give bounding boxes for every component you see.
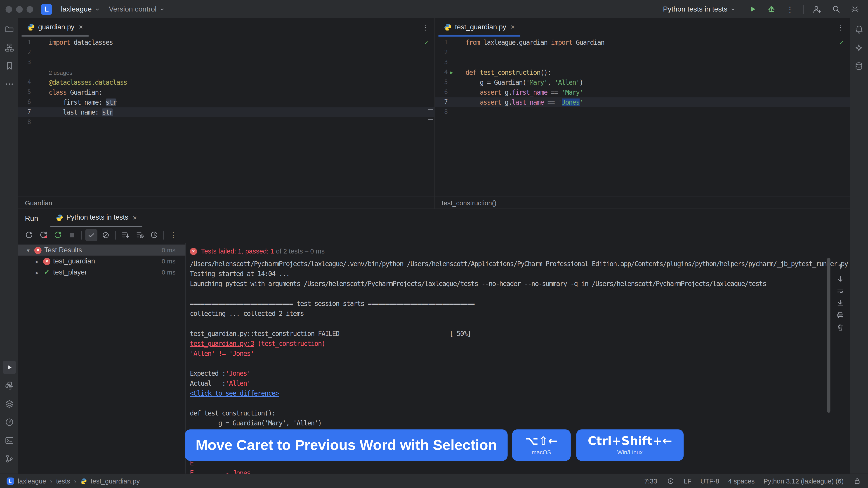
breadcrumb-left[interactable]: Guardian xyxy=(18,196,435,208)
test-node-label[interactable]: test_player xyxy=(53,268,87,276)
console-link[interactable]: test_guardian.py:3 xyxy=(190,340,254,348)
test-tree-row[interactable]: ▸✓test_player0 ms xyxy=(18,267,186,278)
toggle-auto-test-icon[interactable] xyxy=(52,229,64,241)
breadcrumb-item[interactable]: Guardian xyxy=(25,199,52,206)
more-tool-windows-icon[interactable] xyxy=(2,77,16,91)
line-number[interactable]: 6 xyxy=(435,88,448,97)
tree-collapsed-icon[interactable]: ▸ xyxy=(34,258,40,264)
console-link[interactable]: <Click to see difference> xyxy=(190,390,279,397)
run-test-gutter-icon[interactable]: ▶ xyxy=(450,68,453,77)
line-number[interactable]: 2 xyxy=(435,48,448,58)
sort-by-duration-icon[interactable] xyxy=(133,229,146,241)
tab-test-guardian-py[interactable]: test_guardian.py × xyxy=(438,18,521,37)
breadcrumb-item[interactable]: test_construction() xyxy=(442,199,496,206)
services-tool-icon[interactable] xyxy=(2,397,16,411)
show-duration-icon[interactable] xyxy=(148,229,160,241)
line-number[interactable]: 3 xyxy=(18,58,31,68)
status-indicator-icon[interactable] xyxy=(666,477,675,486)
code-line-5[interactable]: 5 g = Guardian('Mary', 'Allen') xyxy=(435,77,850,88)
tree-collapsed-icon[interactable]: ▸ xyxy=(34,269,40,275)
run-configuration-select[interactable]: Python tests in tests xyxy=(658,3,740,15)
line-number[interactable]: 4 xyxy=(18,77,31,88)
tab-close-icon[interactable]: × xyxy=(510,23,515,31)
window-minimize-button[interactable] xyxy=(16,6,23,12)
test-node-label[interactable]: test_guardian xyxy=(53,257,95,265)
interpreter-widget[interactable]: Python 3.12 (laxleague) (6) xyxy=(764,477,844,485)
notifications-icon[interactable] xyxy=(852,23,866,36)
code-line-2[interactable]: 2 xyxy=(18,48,435,58)
ai-assistant-icon[interactable] xyxy=(852,41,866,54)
test-tree-row[interactable]: ▸×test_guardian0 ms xyxy=(18,256,186,267)
editor-guardian[interactable]: 1import dataclasses232 usages4@dataclass… xyxy=(18,37,435,197)
vcs-menu[interactable]: Version control xyxy=(104,3,169,15)
breadcrumb-folder[interactable]: tests xyxy=(56,477,70,485)
lock-icon[interactable] xyxy=(852,477,861,486)
project-menu[interactable]: laxleague xyxy=(57,3,104,15)
run-button[interactable] xyxy=(746,2,759,16)
terminal-tool-icon[interactable] xyxy=(2,434,16,447)
tab-options-icon[interactable]: ⋮ xyxy=(837,23,844,32)
line-number[interactable]: 3 xyxy=(435,58,448,68)
tab-close-icon[interactable]: × xyxy=(79,23,83,31)
window-close-button[interactable] xyxy=(5,6,12,12)
code-line-5[interactable]: 5class Guardian: xyxy=(18,88,435,97)
show-ignored-icon[interactable] xyxy=(100,229,112,241)
inspections-ok-icon[interactable]: ✓ xyxy=(839,39,843,46)
print-icon[interactable] xyxy=(835,311,845,320)
code-line-2[interactable]: 2 xyxy=(435,48,850,58)
line-number[interactable]: 2 xyxy=(18,48,31,58)
git-tool-icon[interactable] xyxy=(2,452,16,465)
line-number[interactable]: 1 xyxy=(435,38,448,48)
breadcrumb-file[interactable]: test_guardian.py xyxy=(91,477,140,485)
show-passed-icon[interactable] xyxy=(85,229,97,241)
code-line-1[interactable]: 1from laxleague.guardian import Guardian xyxy=(435,38,850,48)
line-number[interactable]: 6 xyxy=(18,97,31,107)
code-line-3[interactable]: 3 xyxy=(18,58,435,68)
line-number[interactable]: 5 xyxy=(18,88,31,97)
breadcrumb-right[interactable]: test_construction() xyxy=(435,196,850,208)
rerun-failed-tests-icon[interactable] xyxy=(37,229,49,241)
database-icon[interactable] xyxy=(852,59,866,72)
rerun-tests-icon[interactable] xyxy=(23,229,35,241)
code-line-4[interactable]: 4@dataclasses.dataclass xyxy=(18,77,435,88)
test-tree-row[interactable]: ▾×Test Results0 ms xyxy=(18,245,186,256)
project-badge[interactable]: L xyxy=(41,4,52,15)
code-line-1[interactable]: 1import dataclasses xyxy=(18,38,435,48)
profiler-tool-icon[interactable] xyxy=(2,416,16,429)
debug-button[interactable] xyxy=(765,2,778,16)
code-with-me-button[interactable] xyxy=(810,2,824,16)
python-console-tool-icon[interactable] xyxy=(2,379,16,392)
breadcrumb-project[interactable]: laxleague xyxy=(18,477,46,485)
more-actions-button[interactable]: ⋮ xyxy=(783,2,797,16)
encoding-widget[interactable]: UTF-8 xyxy=(700,477,719,485)
tab-guardian-py[interactable]: guardian.py × xyxy=(22,18,89,37)
run-panel-tab[interactable]: Python tests in tests × xyxy=(51,209,143,227)
line-number[interactable]: 8 xyxy=(18,117,31,127)
more-options-icon[interactable]: ⋮ xyxy=(167,229,180,241)
sort-alphabetically-icon[interactable] xyxy=(119,229,131,241)
scroll-down-icon[interactable] xyxy=(835,274,845,284)
line-number[interactable]: 7 xyxy=(435,97,448,107)
settings-button[interactable] xyxy=(848,2,862,16)
tab-close-icon[interactable]: × xyxy=(133,214,137,221)
clear-console-icon[interactable] xyxy=(835,323,845,332)
line-number[interactable]: 1 xyxy=(18,38,31,48)
line-number[interactable]: 5 xyxy=(435,77,448,88)
window-zoom-button[interactable] xyxy=(27,6,33,12)
run-tool-window-icon[interactable] xyxy=(2,361,16,374)
indent-widget[interactable]: 4 spaces xyxy=(728,477,755,485)
scroll-to-end-icon[interactable] xyxy=(835,298,845,308)
line-ending-widget[interactable]: LF xyxy=(684,477,691,485)
code-line-3[interactable]: 3 xyxy=(435,58,850,68)
search-everywhere-button[interactable] xyxy=(829,2,843,16)
scroll-up-icon[interactable] xyxy=(835,262,845,271)
code-line-8[interactable]: 8 xyxy=(435,107,850,117)
structure-tool-icon[interactable] xyxy=(2,41,16,54)
test-node-label[interactable]: Test Results xyxy=(44,246,82,254)
console-scrollbar[interactable] xyxy=(827,258,831,413)
line-number[interactable]: 8 xyxy=(435,107,448,117)
code-line-7[interactable]: 7 last_name: str xyxy=(18,107,435,117)
project-icon[interactable]: L xyxy=(6,477,14,485)
bookmarks-tool-icon[interactable] xyxy=(2,59,16,72)
inlay-hint[interactable]: 2 usages xyxy=(18,68,435,77)
